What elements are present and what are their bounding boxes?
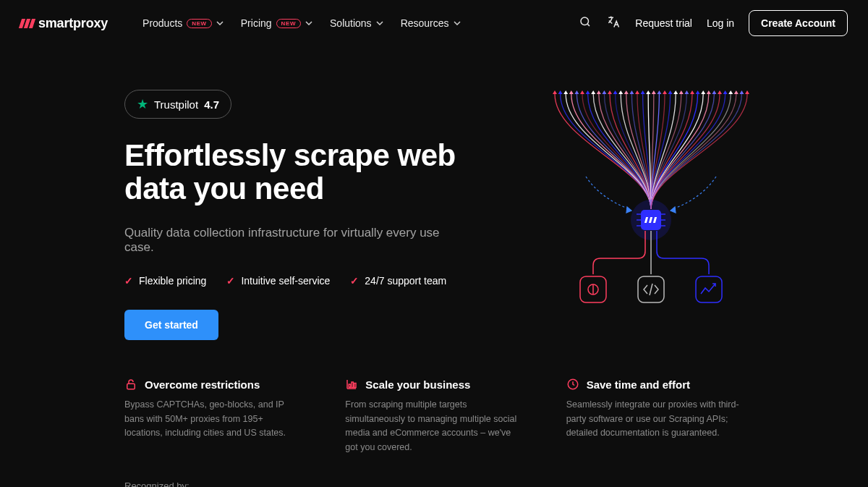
check-item: ✓24/7 support team [350, 275, 446, 287]
check-item: ✓Flexible pricing [124, 275, 206, 287]
nav-item-pricing[interactable]: Pricing NEW [241, 17, 312, 29]
svg-rect-21 [354, 384, 356, 388]
check-icon: ✓ [124, 275, 133, 287]
chevron-down-icon [454, 21, 461, 25]
check-icon: ✓ [226, 275, 235, 287]
hero-copy: ★ Trustpilot 4.7 Effortlessly scrape web… [124, 90, 470, 340]
trustpilot-badge[interactable]: ★ Trustpilot 4.7 [124, 90, 231, 119]
recognized-section: Recognized by: techradar. HACKERNOON tec… [0, 454, 868, 487]
lock-icon [124, 378, 137, 391]
hero-headline: Effortlessly scrape web data you need [124, 139, 470, 206]
brand-name: smartproxy [38, 16, 108, 31]
check-icon: ✓ [350, 275, 359, 287]
nav-item-resources[interactable]: Resources [401, 17, 461, 29]
primary-nav: Products NEW Pricing NEW Solutions Resou… [142, 17, 461, 29]
feature-card: Overcome restrictions Bypass CAPTCHAs, g… [124, 378, 302, 454]
check-item: ✓Intuitive self-service [226, 275, 330, 287]
new-badge: NEW [187, 19, 211, 28]
svg-line-16 [650, 284, 652, 295]
svg-rect-19 [349, 384, 351, 388]
strands-icon [555, 94, 747, 209]
brand-logo[interactable]: smartproxy [20, 16, 108, 31]
nav-item-products[interactable]: Products NEW [142, 17, 224, 29]
svg-rect-17 [696, 276, 722, 302]
chevron-down-icon [376, 21, 383, 25]
clock-icon [566, 378, 579, 391]
hero-illustration [499, 90, 803, 340]
header-actions: Request trial Log in Create Account [579, 10, 848, 36]
output-lines-icon [593, 231, 709, 274]
create-account-button[interactable]: Create Account [749, 10, 848, 36]
feature-card: Save time and effort Seamlessly integrat… [566, 378, 744, 454]
feature-desc: Bypass CAPTCHAs, geo-blocks, and IP bans… [124, 398, 302, 440]
hero-subtitle: Quality data collection infrastructure f… [124, 226, 470, 255]
hero-checks: ✓Flexible pricing ✓Intuitive self-servic… [124, 275, 470, 287]
svg-rect-20 [352, 382, 353, 388]
get-started-button[interactable]: Get started [124, 310, 218, 340]
hero-section: ★ Trustpilot 4.7 Effortlessly scrape web… [0, 46, 868, 340]
feature-desc: Seamlessly integrate our proxies with th… [566, 398, 744, 440]
feature-card: Scale your business From scraping multip… [345, 378, 522, 454]
triangles-icon [553, 90, 749, 94]
logo-bars-icon [20, 19, 34, 28]
search-icon[interactable] [579, 15, 592, 31]
login-link[interactable]: Log in [707, 17, 734, 29]
chevron-down-icon [216, 21, 224, 25]
svg-rect-18 [127, 384, 135, 390]
language-icon[interactable] [606, 14, 621, 32]
new-badge: NEW [276, 19, 301, 28]
trustpilot-label: Trustpilot [154, 98, 198, 111]
feature-desc: From scraping multiple targets simultane… [345, 398, 522, 454]
request-trial-link[interactable]: Request trial [635, 17, 692, 29]
features-section: Overcome restrictions Bypass CAPTCHAs, g… [0, 340, 868, 454]
chart-icon [345, 378, 358, 391]
nav-item-solutions[interactable]: Solutions [330, 17, 383, 29]
header: smartproxy Products NEW Pricing NEW Solu… [0, 0, 868, 46]
output-boxes-icon [580, 276, 722, 302]
chevron-down-icon [305, 21, 312, 25]
svg-point-0 [581, 17, 589, 25]
trustpilot-score: 4.7 [204, 98, 219, 111]
recognized-label: Recognized by: [124, 480, 744, 487]
star-icon: ★ [137, 96, 148, 112]
